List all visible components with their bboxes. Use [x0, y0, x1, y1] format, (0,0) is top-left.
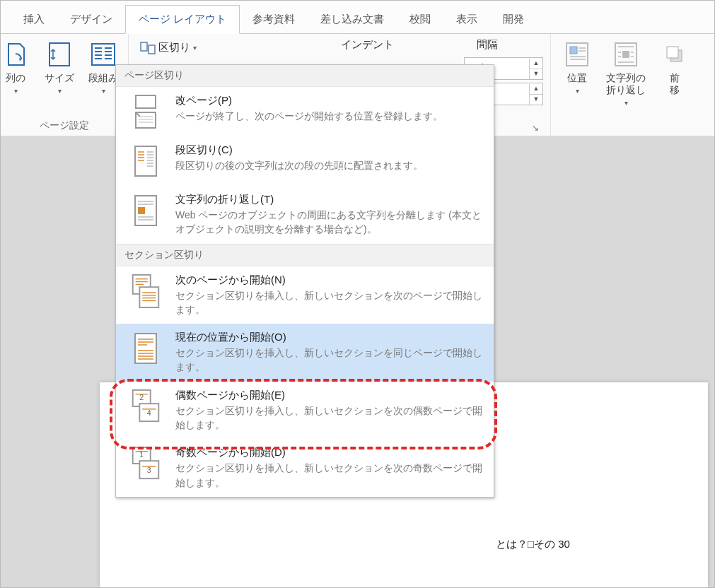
- size-button[interactable]: サイズ ▾: [40, 37, 79, 95]
- spin-arrows[interactable]: ▲▼: [529, 59, 542, 79]
- tab-references[interactable]: 参考資料: [240, 6, 308, 33]
- menuitem-section-next-page[interactable]: 次のページから開始(N) セクション区切りを挿入し、新しいセクションを次のページ…: [116, 266, 494, 324]
- chevron-down-icon: ▾: [14, 87, 18, 95]
- spin-down-icon[interactable]: ▼: [530, 69, 542, 79]
- menuitem-section-odd-page[interactable]: 13 奇数ページから開始(D) セクション区切りを挿入し、新しいセクションを次の…: [116, 439, 494, 497]
- tab-view[interactable]: 表示: [443, 6, 490, 33]
- menuitem-title: 次のページから開始(N): [175, 274, 484, 287]
- menuitem-text-wrapping-break[interactable]: 文字列の折り返し(T) Web ページのオブジェクトの周囲にある文字列を分離しま…: [116, 186, 494, 244]
- section-continuous-icon: [129, 331, 163, 366]
- spacing-label: 間隔: [472, 37, 502, 53]
- menuitem-title: 文字列の折り返し(T): [175, 193, 484, 206]
- bring-forward-icon: [660, 40, 690, 69]
- group-page-setup: 列の ▾ サイズ ▾ 段組み ▾ ページ設定: [1, 34, 129, 136]
- indent-label: インデント: [337, 37, 472, 53]
- menuitem-desc: 段区切りの後の文字列は次の段の先頭に配置されます。: [175, 158, 484, 172]
- breaks-dropdown-panel: ページ区切り 改ページ(P) ページが終了し、次のページが開始する位置を登録しま…: [115, 64, 494, 498]
- text-wrap-break-icon: [129, 193, 163, 228]
- svg-rect-19: [622, 51, 629, 58]
- menuitem-desc: Web ページのオブジェクトの周囲にある文字列を分離します (本文とオブジェクト…: [175, 208, 484, 237]
- tab-developer[interactable]: 開発: [490, 6, 537, 33]
- menuitem-desc: セクション区切りを挿入し、新しいセクションを次の奇数ページで開始します。: [175, 461, 484, 490]
- menuitem-desc: ページが終了し、次のページが開始する位置を登録します。: [175, 109, 484, 123]
- tab-design[interactable]: デザイン: [57, 6, 125, 33]
- column-break-icon: [129, 143, 163, 179]
- spin-up-icon[interactable]: ▲: [530, 59, 542, 69]
- bring-forward-button[interactable]: 前 移: [656, 37, 694, 96]
- tab-review[interactable]: 校閲: [397, 6, 443, 33]
- menuitem-title: 奇数ページから開始(D): [175, 446, 484, 459]
- spin-down-icon[interactable]: ▼: [530, 95, 542, 105]
- position-button[interactable]: 位置 ▾: [558, 37, 596, 95]
- svg-rect-54: [139, 287, 158, 307]
- position-icon: [562, 40, 592, 69]
- tab-mailings[interactable]: 差し込み文書: [308, 6, 397, 33]
- columns-icon: [88, 40, 118, 69]
- menuitem-title: 段区切り(C): [175, 143, 484, 157]
- tab-page-layout[interactable]: ページ レイアウト: [125, 5, 240, 34]
- svg-rect-11: [149, 45, 155, 54]
- chevron-down-icon: ▾: [624, 99, 628, 107]
- spin-arrows[interactable]: ▲▼: [529, 84, 542, 105]
- svg-rect-33: [135, 146, 156, 176]
- svg-rect-13: [570, 47, 577, 54]
- svg-rect-47: [138, 207, 145, 214]
- page-size-icon: [45, 40, 74, 69]
- section-odd-page-icon: 13: [129, 446, 163, 481]
- chevron-down-icon: ▾: [102, 87, 105, 95]
- section-next-page-icon: [129, 274, 163, 309]
- section-even-page-icon: 24: [129, 389, 163, 424]
- menuitem-title: 偶数ページから開始(E): [175, 389, 484, 402]
- chevron-down-icon: ▾: [576, 87, 579, 95]
- group-label-page-setup: ページ設定: [8, 118, 121, 135]
- wrap-text-button[interactable]: 文字列の 折り返し ▾: [602, 37, 650, 107]
- orientation-icon: [1, 40, 30, 69]
- menuitem-title: 改ページ(P): [175, 94, 484, 107]
- svg-rect-27: [667, 47, 678, 58]
- page-break-icon: [129, 94, 163, 129]
- menuitem-desc: セクション区切りを挿入し、新しいセクションを次の偶数ページで開始します。: [175, 404, 484, 433]
- ribbon-tabs: 挿入 デザイン ページ レイアウト 参考資料 差し込み文書 校閲 表示 開発: [1, 1, 714, 34]
- svg-rect-10: [141, 42, 147, 51]
- menuitem-page-break[interactable]: 改ページ(P) ページが終了し、次のページが開始する位置を登録します。: [116, 87, 494, 136]
- spin-up-icon[interactable]: ▲: [530, 84, 542, 95]
- dropdown-header-page-breaks: ページ区切り: [116, 65, 494, 87]
- breaks-icon: [140, 42, 156, 54]
- menuitem-column-break[interactable]: 段区切り(C) 段区切りの後の文字列は次の段の先頭に配置されます。: [116, 136, 494, 186]
- chevron-down-icon: ▾: [193, 44, 197, 52]
- menuitem-title: 現在の位置から開始(O): [175, 331, 484, 344]
- svg-rect-0: [50, 43, 69, 66]
- chevron-down-icon: ▾: [58, 87, 62, 95]
- group-arrange: 位置 ▾ 文字列の 折り返し ▾ 前 移: [551, 34, 688, 136]
- orientation-button[interactable]: 列の ▾: [0, 37, 35, 95]
- menuitem-desc: セクション区切りを挿入し、新しいセクションを同じページで開始します。: [175, 346, 484, 375]
- dialog-launcher-icon[interactable]: ↘: [528, 123, 543, 135]
- svg-rect-28: [136, 95, 156, 108]
- menuitem-desc: セクション区切りを挿入し、新しいセクションを次のページで開始します。: [175, 288, 484, 317]
- breaks-dropdown-button[interactable]: 区切り ▾: [136, 38, 327, 57]
- wrap-text-icon: [611, 40, 641, 69]
- document-text[interactable]: とは？□その 30: [496, 538, 570, 551]
- menuitem-section-even-page[interactable]: 24 偶数ページから開始(E) セクション区切りを挿入し、新しいセクションを次の…: [116, 382, 494, 440]
- tab-insert[interactable]: 挿入: [11, 6, 57, 33]
- dropdown-header-section-breaks: セクション区切り: [116, 244, 494, 266]
- menuitem-section-continuous[interactable]: 現在の位置から開始(O) セクション区切りを挿入し、新しいセクションを同じページ…: [116, 324, 494, 382]
